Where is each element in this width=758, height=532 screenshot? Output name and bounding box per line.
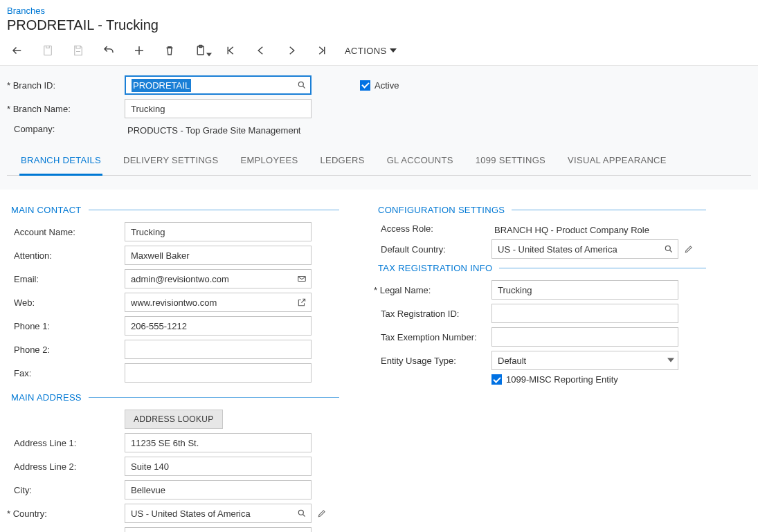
clipboard-icon[interactable] — [192, 43, 208, 58]
svg-point-7 — [665, 246, 670, 250]
config-header: CONFIGURATION SETTINGS — [378, 205, 706, 215]
tabs: BRANCH DETAILS DELIVERY SETTINGS EMPLOYE… — [7, 148, 751, 176]
tax-header: TAX REGISTRATION INFO — [378, 263, 706, 273]
tax-exempt-input[interactable] — [491, 327, 678, 347]
country-label: Country: — [7, 508, 125, 519]
add-icon[interactable] — [132, 43, 147, 58]
first-record-icon[interactable] — [223, 43, 238, 58]
main-contact-header: MAIN CONTACT — [11, 205, 339, 215]
active-checkbox[interactable] — [360, 80, 370, 91]
save-close-icon — [40, 43, 55, 58]
phone2-label: Phone 2: — [7, 345, 125, 355]
phone1-input[interactable] — [125, 316, 312, 336]
phone2-input[interactable] — [125, 340, 312, 359]
addr-line2-input[interactable] — [125, 457, 312, 476]
misc-reporting-label: 1099-MISC Reporting Entity — [506, 374, 618, 385]
company-value: PRODUCTS - Top Grade Site Management — [125, 122, 312, 136]
fax-label: Fax: — [7, 368, 125, 378]
tab-gl-accounts[interactable]: GL ACCOUNTS — [386, 148, 455, 175]
web-label: Web: — [7, 297, 125, 308]
back-icon[interactable] — [10, 43, 25, 58]
phone1-label: Phone 1: — [7, 321, 125, 331]
default-country-label: Default Country: — [374, 244, 491, 255]
svg-rect-0 — [44, 46, 52, 55]
pencil-icon[interactable] — [316, 507, 328, 520]
address-lookup-button[interactable]: ADDRESS LOOKUP — [125, 410, 223, 429]
search-icon[interactable] — [295, 506, 309, 520]
main-address-header: MAIN ADDRESS — [11, 392, 339, 403]
access-role-label: Access Role: — [374, 223, 491, 234]
city-input[interactable] — [125, 480, 312, 499]
entity-usage-select[interactable] — [491, 351, 678, 370]
tab-1099-settings[interactable]: 1099 SETTINGS — [474, 148, 547, 175]
web-input[interactable] — [125, 293, 312, 312]
next-record-icon[interactable] — [284, 43, 299, 58]
header-form: Branch ID: PRODRETAIL Active Branch Name… — [0, 66, 758, 190]
svg-point-5 — [298, 510, 303, 515]
tax-reg-label: Tax Registration ID: — [374, 309, 491, 319]
branch-id-label: Branch ID: — [7, 80, 125, 91]
tax-reg-input[interactable] — [491, 304, 678, 323]
actions-menu[interactable]: ACTIONS — [345, 46, 397, 56]
last-record-icon[interactable] — [314, 43, 330, 58]
account-name-input[interactable] — [125, 222, 312, 241]
default-country-input[interactable] — [491, 239, 678, 259]
active-label: Active — [375, 80, 399, 91]
breadcrumb[interactable]: Branches — [0, 0, 45, 16]
legal-name-label: Legal Name: — [374, 285, 491, 295]
svg-point-3 — [298, 82, 303, 86]
page-title: PRODRETAIL - Trucking — [0, 16, 758, 39]
email-input[interactable] — [125, 269, 312, 288]
tab-employees[interactable]: EMPLOYEES — [240, 148, 300, 175]
addr-line1-input[interactable] — [125, 433, 312, 452]
search-icon[interactable] — [295, 78, 309, 92]
tab-branch-details[interactable]: BRANCH DETAILS — [19, 148, 102, 176]
email-label: Email: — [7, 274, 125, 284]
addr-line1-label: Address Line 1: — [7, 438, 125, 448]
tab-visual-appearance[interactable]: VISUAL APPEARANCE — [566, 148, 668, 175]
company-label: Company: — [7, 124, 125, 134]
state-input[interactable] — [125, 527, 312, 532]
branch-name-input[interactable] — [125, 99, 312, 118]
tab-delivery-settings[interactable]: DELIVERY SETTINGS — [122, 148, 220, 175]
addr-line2-label: Address Line 2: — [7, 461, 125, 472]
legal-name-input[interactable] — [491, 280, 678, 300]
mail-icon[interactable] — [295, 272, 309, 286]
toolbar: ACTIONS — [0, 39, 758, 66]
external-link-icon[interactable] — [295, 295, 309, 309]
city-label: City: — [7, 485, 125, 495]
misc-reporting-checkbox[interactable] — [491, 374, 502, 385]
chevron-down-icon[interactable] — [667, 356, 674, 366]
branch-id-input[interactable]: PRODRETAIL — [125, 75, 312, 95]
prev-record-icon[interactable] — [253, 43, 269, 58]
attention-input[interactable] — [125, 246, 312, 265]
tax-exempt-label: Tax Exemption Number: — [374, 332, 491, 342]
branch-name-label: Branch Name: — [7, 104, 125, 114]
tab-content: MAIN CONTACT Account Name: Attention: Em… — [0, 190, 758, 532]
account-name-label: Account Name: — [7, 227, 125, 237]
country-input[interactable] — [125, 504, 312, 523]
tab-ledgers[interactable]: LEDGERS — [318, 148, 366, 175]
delete-icon[interactable] — [162, 43, 177, 58]
save-icon — [71, 43, 86, 58]
entity-usage-label: Entity Usage Type: — [374, 356, 491, 366]
access-role-value: BRANCH HQ - Product Company Role — [491, 222, 649, 235]
actions-label: ACTIONS — [345, 46, 387, 56]
pencil-icon[interactable] — [683, 243, 695, 255]
fax-input[interactable] — [125, 363, 312, 383]
search-icon[interactable] — [662, 242, 676, 256]
undo-icon[interactable] — [101, 43, 116, 58]
attention-label: Attention: — [7, 250, 125, 261]
